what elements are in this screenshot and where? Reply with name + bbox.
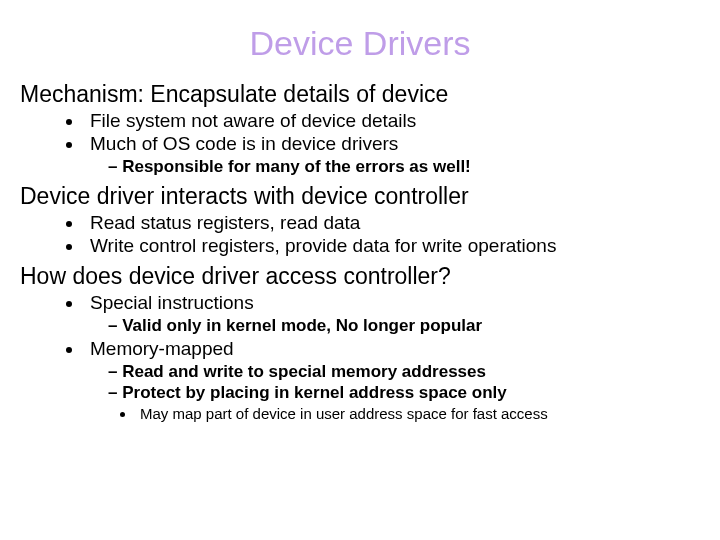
list-item: Read and write to special memory address… [108,362,700,382]
list-item: File system not aware of device details [84,110,700,132]
list-item: May map part of device in user address s… [136,405,700,422]
dash-list: Read and write to special memory address… [20,362,700,403]
section-heading: How does device driver access controller… [20,263,700,290]
list-item: Special instructions [84,292,700,314]
slide: Device Drivers Mechanism: Encapsulate de… [0,0,720,540]
list-item: Valid only in kernel mode, No longer pop… [108,316,700,336]
slide-title: Device Drivers [20,24,700,63]
sub-bullet-list: May map part of device in user address s… [20,405,700,422]
bullet-list: Special instructions [20,292,700,314]
bullet-list: File system not aware of device details … [20,110,700,155]
list-item: Responsible for many of the errors as we… [108,157,700,177]
section-heading: Device driver interacts with device cont… [20,183,700,210]
dash-list: Valid only in kernel mode, No longer pop… [20,316,700,336]
list-item: Memory-mapped [84,338,700,360]
bullet-list: Memory-mapped [20,338,700,360]
section-heading: Mechanism: Encapsulate details of device [20,81,700,108]
list-item: Read status registers, read data [84,212,700,234]
list-item: Protect by placing in kernel address spa… [108,383,700,403]
bullet-list: Read status registers, read data Write c… [20,212,700,257]
list-item: Much of OS code is in device drivers [84,133,700,155]
list-item: Write control registers, provide data fo… [84,235,700,257]
dash-list: Responsible for many of the errors as we… [20,157,700,177]
